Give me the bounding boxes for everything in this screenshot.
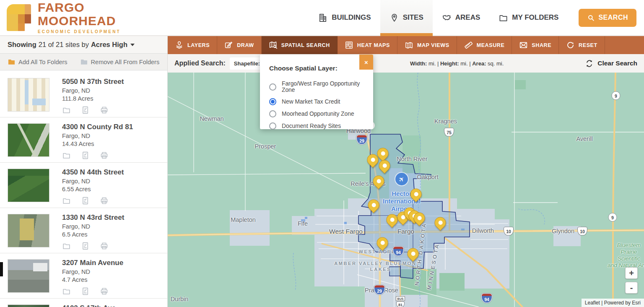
close-icon[interactable]: × [359,55,373,70]
folder-actions: Add All To FoldersRemove All From Folder… [0,54,167,70]
add-to-folder-icon[interactable] [62,287,71,296]
print-icon[interactable] [100,151,109,160]
site-title: 4102 S 17th Ave [62,304,167,307]
applied-search-label: Applied Search: [174,60,226,67]
draw-icon [224,41,233,49]
share-icon [519,41,528,49]
site-thumbnail [8,169,49,202]
measure-icon [464,41,473,49]
site-card[interactable]: 5050 N 37th StreetFargo, ND111.8 Acres [0,72,167,117]
add-to-folder-icon[interactable] [62,106,71,114]
radio-icon[interactable] [269,110,276,117]
buildings-icon [318,13,328,23]
site-title: 4350 N 44th Street [62,168,167,177]
map-toolbar: LAYERSDRAWSPATIAL SEARCHHEAT MAPSMAP VIE… [168,36,644,54]
site-title: 1330 N 43rd Street [62,213,167,222]
site-list: 5050 N 37th StreetFargo, ND111.8 Acres43… [0,70,167,307]
heat-maps-icon [345,41,353,49]
folder-remove-icon [80,58,88,66]
site-thumbnail [8,78,49,112]
applied-search-bar: Applied Search: Shapefile: N Width: mi. … [168,54,644,73]
logo-tagline: ECONOMIC DEVELOPMENT [38,30,121,34]
measure-readout: Width: mi. | Height: mi. | Area: sq. mi. [410,60,504,67]
toolbar-draw-button[interactable]: DRAW [217,36,262,54]
site-title: 5050 N 37th Street [62,78,167,86]
refresh-arrows-icon [585,59,594,68]
nav-item-buildings[interactable]: BUILDINGS [309,0,380,35]
main-nav: BUILDINGSSITESAREASMY FOLDERS [309,0,568,35]
spatial-layer-option[interactable]: New Market Tax Credit [260,96,373,108]
site-card[interactable]: 3207 Main AvenueFargo, ND4.7 Acres [0,253,167,299]
site-card[interactable]: 4350 N 44th StreetFargo, ND6.55 Acres [0,163,167,208]
map-views-icon [405,41,413,49]
print-icon[interactable] [100,287,109,296]
spatial-layer-option[interactable]: Document Ready Sites [260,120,373,132]
toolbar-reset-button[interactable]: RESET [559,36,605,54]
site-acres: 14.43 Acres [62,140,167,147]
add-to-folder-icon[interactable] [62,196,71,205]
logo-mark-icon [7,4,31,31]
add-all-to-folders-button[interactable]: Add All To Folders [8,58,68,66]
remove-all-from-folders-button[interactable]: Remove All From Folders [80,58,160,66]
sidebar-scrollbar[interactable] [0,262,3,276]
clear-search-button[interactable]: Clear Search [585,59,637,68]
print-icon[interactable] [100,106,109,114]
site-report-icon[interactable] [81,242,90,250]
map-attribution: Leaflet | Powered by Esri [582,299,644,307]
site-thumbnail [8,259,49,293]
site-card[interactable]: 4300 N County Rd 81Fargo, ND14.43 Acres [0,117,167,163]
toolbar-layers-button[interactable]: LAYERS [168,36,217,54]
site-report-icon[interactable] [81,196,90,205]
summary-showing: Showing [8,41,36,49]
map-basemap [168,73,644,307]
toolbar-heat-maps-button[interactable]: HEAT MAPS [338,36,397,54]
zoom-in-button[interactable]: + [625,267,638,279]
site-card[interactable]: 4102 S 17th AveFargo, ND [0,299,167,307]
summary-sort: Acres High [91,41,127,49]
site-thumbnail [8,123,49,157]
site-thumbnail [8,304,49,307]
site-acres: 111.8 Acres [62,95,167,102]
site-acres: 4.7 Acres [62,276,167,283]
zoom-out-button[interactable]: - [625,282,638,294]
spatial-panel-title: Choose Spatial Layer: [260,55,373,72]
logo[interactable]: FARGO MOORHEAD ECONOMIC DEVELOPMENT [0,1,121,34]
print-icon[interactable] [100,242,109,250]
nav-item-sites[interactable]: SITES [380,0,433,35]
spatial-layer-panel: × Choose Spatial Layer: Fargo/West Fargo… [260,55,373,129]
site-city: Fargo, ND [62,178,167,185]
results-sidebar: Showing 21 of 21 sites by Acres High Add… [0,36,168,307]
site-city: Fargo, ND [62,268,167,275]
site-report-icon[interactable] [81,151,90,160]
map-canvas[interactable]: NewmanProsperHarwoodKragnesAverillNorth … [168,73,644,307]
site-report-icon[interactable] [81,287,90,296]
search-icon [587,14,595,22]
folder-icon [499,13,508,23]
site-card[interactable]: 1330 N 43rd StreetFargo, ND6.5 Acres [0,208,167,253]
chevron-down-icon [130,44,135,46]
site-acres: 6.5 Acres [62,231,167,238]
print-icon[interactable] [100,196,109,205]
nav-item-areas[interactable]: AREAS [433,0,490,35]
toolbar-measure-button[interactable]: MEASURE [457,36,512,54]
search-button[interactable]: SEARCH [579,9,636,27]
site-report-icon[interactable] [81,106,90,114]
radio-icon[interactable] [269,83,276,91]
site-title: 3207 Main Avenue [62,259,167,267]
spatial-layer-option[interactable]: Moorhead Opportunity Zone [260,108,373,120]
nav-item-my-folders[interactable]: MY FOLDERS [489,0,568,35]
spatial-layer-option[interactable]: Fargo/West Fargo Opportunity Zone [260,78,373,96]
radio-icon[interactable] [269,98,276,105]
add-to-folder-icon[interactable] [62,151,71,160]
logo-line-2: MOORHEAD [38,15,121,27]
reset-icon [566,41,575,49]
add-to-folder-icon[interactable] [62,242,71,250]
toolbar-share-button[interactable]: SHARE [512,36,559,54]
airplane-icon: ✈ [395,173,408,185]
radio-icon[interactable] [269,122,276,130]
toolbar-map-views-button[interactable]: MAP VIEWS [397,36,457,54]
results-sort-summary[interactable]: Showing 21 of 21 sites by Acres High [0,36,167,54]
folder-add-icon [8,58,16,66]
layers-icon [175,41,184,49]
toolbar-spatial-search-button[interactable]: SPATIAL SEARCH [262,36,338,54]
